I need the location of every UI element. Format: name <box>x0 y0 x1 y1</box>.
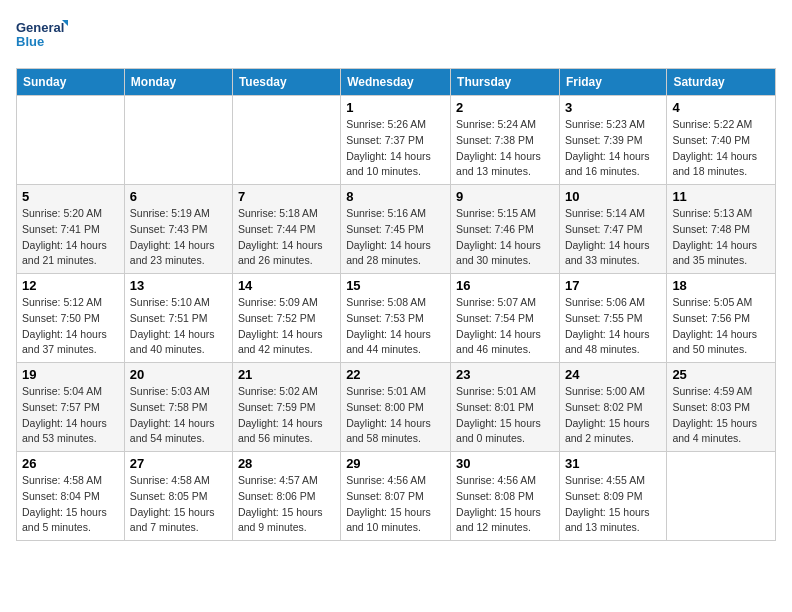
day-number: 7 <box>238 189 335 204</box>
calendar-cell: 2Sunrise: 5:24 AMSunset: 7:38 PMDaylight… <box>451 96 560 185</box>
calendar-cell: 15Sunrise: 5:08 AMSunset: 7:53 PMDayligh… <box>341 274 451 363</box>
day-info: Sunrise: 4:57 AMSunset: 8:06 PMDaylight:… <box>238 473 335 536</box>
day-info: Sunrise: 4:56 AMSunset: 8:08 PMDaylight:… <box>456 473 554 536</box>
calendar-cell: 19Sunrise: 5:04 AMSunset: 7:57 PMDayligh… <box>17 363 125 452</box>
calendar-week-row: 19Sunrise: 5:04 AMSunset: 7:57 PMDayligh… <box>17 363 776 452</box>
day-info: Sunrise: 5:07 AMSunset: 7:54 PMDaylight:… <box>456 295 554 358</box>
calendar-week-row: 12Sunrise: 5:12 AMSunset: 7:50 PMDayligh… <box>17 274 776 363</box>
day-number: 21 <box>238 367 335 382</box>
calendar-cell: 18Sunrise: 5:05 AMSunset: 7:56 PMDayligh… <box>667 274 776 363</box>
calendar-cell: 23Sunrise: 5:01 AMSunset: 8:01 PMDayligh… <box>451 363 560 452</box>
day-number: 20 <box>130 367 227 382</box>
calendar-cell: 17Sunrise: 5:06 AMSunset: 7:55 PMDayligh… <box>559 274 666 363</box>
day-number: 2 <box>456 100 554 115</box>
calendar-cell: 25Sunrise: 4:59 AMSunset: 8:03 PMDayligh… <box>667 363 776 452</box>
day-number: 10 <box>565 189 661 204</box>
calendar-cell: 30Sunrise: 4:56 AMSunset: 8:08 PMDayligh… <box>451 452 560 541</box>
calendar-cell: 27Sunrise: 4:58 AMSunset: 8:05 PMDayligh… <box>124 452 232 541</box>
day-number: 11 <box>672 189 770 204</box>
calendar-week-row: 26Sunrise: 4:58 AMSunset: 8:04 PMDayligh… <box>17 452 776 541</box>
day-info: Sunrise: 5:26 AMSunset: 7:37 PMDaylight:… <box>346 117 445 180</box>
day-info: Sunrise: 5:06 AMSunset: 7:55 PMDaylight:… <box>565 295 661 358</box>
logo-svg: General Blue <box>16 16 68 56</box>
calendar-cell: 26Sunrise: 4:58 AMSunset: 8:04 PMDayligh… <box>17 452 125 541</box>
day-info: Sunrise: 5:12 AMSunset: 7:50 PMDaylight:… <box>22 295 119 358</box>
calendar-cell: 7Sunrise: 5:18 AMSunset: 7:44 PMDaylight… <box>232 185 340 274</box>
day-info: Sunrise: 5:16 AMSunset: 7:45 PMDaylight:… <box>346 206 445 269</box>
calendar-cell <box>124 96 232 185</box>
day-number: 12 <box>22 278 119 293</box>
day-info: Sunrise: 4:55 AMSunset: 8:09 PMDaylight:… <box>565 473 661 536</box>
day-info: Sunrise: 5:01 AMSunset: 8:01 PMDaylight:… <box>456 384 554 447</box>
calendar-week-row: 1Sunrise: 5:26 AMSunset: 7:37 PMDaylight… <box>17 96 776 185</box>
day-info: Sunrise: 5:02 AMSunset: 7:59 PMDaylight:… <box>238 384 335 447</box>
day-number: 28 <box>238 456 335 471</box>
calendar-cell: 9Sunrise: 5:15 AMSunset: 7:46 PMDaylight… <box>451 185 560 274</box>
day-info: Sunrise: 5:13 AMSunset: 7:48 PMDaylight:… <box>672 206 770 269</box>
day-number: 14 <box>238 278 335 293</box>
day-number: 30 <box>456 456 554 471</box>
calendar-cell: 24Sunrise: 5:00 AMSunset: 8:02 PMDayligh… <box>559 363 666 452</box>
calendar-cell: 20Sunrise: 5:03 AMSunset: 7:58 PMDayligh… <box>124 363 232 452</box>
day-info: Sunrise: 5:10 AMSunset: 7:51 PMDaylight:… <box>130 295 227 358</box>
day-info: Sunrise: 5:08 AMSunset: 7:53 PMDaylight:… <box>346 295 445 358</box>
day-info: Sunrise: 5:14 AMSunset: 7:47 PMDaylight:… <box>565 206 661 269</box>
calendar-cell: 1Sunrise: 5:26 AMSunset: 7:37 PMDaylight… <box>341 96 451 185</box>
calendar-cell <box>232 96 340 185</box>
day-number: 31 <box>565 456 661 471</box>
weekday-header-wednesday: Wednesday <box>341 69 451 96</box>
calendar-cell: 29Sunrise: 4:56 AMSunset: 8:07 PMDayligh… <box>341 452 451 541</box>
calendar-cell: 16Sunrise: 5:07 AMSunset: 7:54 PMDayligh… <box>451 274 560 363</box>
day-number: 16 <box>456 278 554 293</box>
day-info: Sunrise: 5:20 AMSunset: 7:41 PMDaylight:… <box>22 206 119 269</box>
day-info: Sunrise: 5:05 AMSunset: 7:56 PMDaylight:… <box>672 295 770 358</box>
page-header: General Blue <box>16 16 776 56</box>
calendar-cell: 31Sunrise: 4:55 AMSunset: 8:09 PMDayligh… <box>559 452 666 541</box>
calendar-cell: 22Sunrise: 5:01 AMSunset: 8:00 PMDayligh… <box>341 363 451 452</box>
svg-text:General: General <box>16 20 64 35</box>
calendar-cell: 10Sunrise: 5:14 AMSunset: 7:47 PMDayligh… <box>559 185 666 274</box>
calendar-cell: 8Sunrise: 5:16 AMSunset: 7:45 PMDaylight… <box>341 185 451 274</box>
day-info: Sunrise: 5:09 AMSunset: 7:52 PMDaylight:… <box>238 295 335 358</box>
day-info: Sunrise: 5:03 AMSunset: 7:58 PMDaylight:… <box>130 384 227 447</box>
day-number: 27 <box>130 456 227 471</box>
day-number: 3 <box>565 100 661 115</box>
day-number: 18 <box>672 278 770 293</box>
day-info: Sunrise: 5:15 AMSunset: 7:46 PMDaylight:… <box>456 206 554 269</box>
calendar-cell: 13Sunrise: 5:10 AMSunset: 7:51 PMDayligh… <box>124 274 232 363</box>
calendar-cell <box>17 96 125 185</box>
calendar-cell: 28Sunrise: 4:57 AMSunset: 8:06 PMDayligh… <box>232 452 340 541</box>
day-number: 4 <box>672 100 770 115</box>
day-info: Sunrise: 4:59 AMSunset: 8:03 PMDaylight:… <box>672 384 770 447</box>
calendar-week-row: 5Sunrise: 5:20 AMSunset: 7:41 PMDaylight… <box>17 185 776 274</box>
day-number: 6 <box>130 189 227 204</box>
day-number: 17 <box>565 278 661 293</box>
day-number: 23 <box>456 367 554 382</box>
weekday-header-thursday: Thursday <box>451 69 560 96</box>
day-info: Sunrise: 5:18 AMSunset: 7:44 PMDaylight:… <box>238 206 335 269</box>
calendar-cell: 12Sunrise: 5:12 AMSunset: 7:50 PMDayligh… <box>17 274 125 363</box>
weekday-header-sunday: Sunday <box>17 69 125 96</box>
calendar-cell: 5Sunrise: 5:20 AMSunset: 7:41 PMDaylight… <box>17 185 125 274</box>
day-info: Sunrise: 4:56 AMSunset: 8:07 PMDaylight:… <box>346 473 445 536</box>
calendar-cell: 4Sunrise: 5:22 AMSunset: 7:40 PMDaylight… <box>667 96 776 185</box>
calendar-cell: 14Sunrise: 5:09 AMSunset: 7:52 PMDayligh… <box>232 274 340 363</box>
day-info: Sunrise: 5:22 AMSunset: 7:40 PMDaylight:… <box>672 117 770 180</box>
day-info: Sunrise: 5:19 AMSunset: 7:43 PMDaylight:… <box>130 206 227 269</box>
day-number: 15 <box>346 278 445 293</box>
svg-text:Blue: Blue <box>16 34 44 49</box>
weekday-header-tuesday: Tuesday <box>232 69 340 96</box>
calendar-cell: 21Sunrise: 5:02 AMSunset: 7:59 PMDayligh… <box>232 363 340 452</box>
calendar-table: SundayMondayTuesdayWednesdayThursdayFrid… <box>16 68 776 541</box>
day-number: 1 <box>346 100 445 115</box>
weekday-header-saturday: Saturday <box>667 69 776 96</box>
day-number: 13 <box>130 278 227 293</box>
day-number: 29 <box>346 456 445 471</box>
day-info: Sunrise: 5:24 AMSunset: 7:38 PMDaylight:… <box>456 117 554 180</box>
day-number: 8 <box>346 189 445 204</box>
weekday-header-friday: Friday <box>559 69 666 96</box>
weekday-header-row: SundayMondayTuesdayWednesdayThursdayFrid… <box>17 69 776 96</box>
logo: General Blue <box>16 16 68 56</box>
calendar-cell: 11Sunrise: 5:13 AMSunset: 7:48 PMDayligh… <box>667 185 776 274</box>
day-number: 5 <box>22 189 119 204</box>
